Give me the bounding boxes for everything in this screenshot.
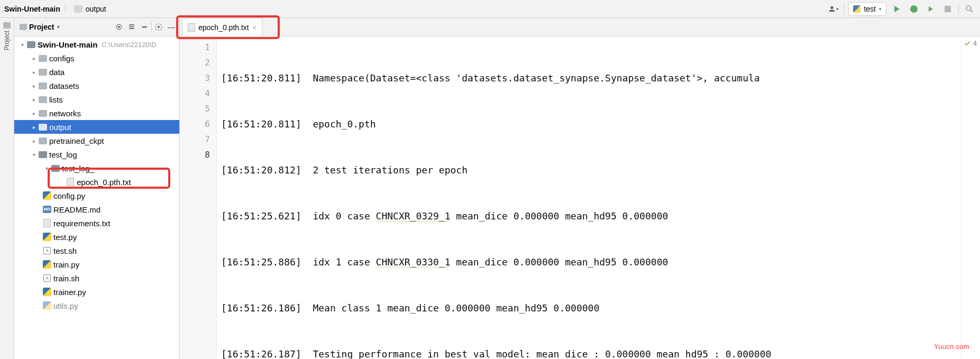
editor-tab-bar: epoch_0.pth.txt × (180, 18, 980, 36)
code-line: [16:51:25.886] idx 1 case CHNCXR_0330_1 … (221, 254, 961, 270)
chevron-right-icon: ▸ (30, 97, 38, 103)
run-coverage-icon (929, 6, 933, 12)
folder-icon (39, 151, 47, 158)
tree-folder-configs[interactable]: ▸configs (14, 51, 179, 65)
separator (844, 4, 844, 14)
hide-button[interactable]: — (166, 21, 177, 33)
python-file-icon (43, 288, 51, 296)
tree-folder-pretrained-ckpt[interactable]: ▸pretrained_ckpt (14, 134, 179, 148)
chevron-right-icon: 〉 (63, 4, 71, 14)
folder-icon (39, 55, 47, 62)
line-number: 1 (180, 40, 210, 55)
tree-file-requirements[interactable]: requirements.txt (14, 216, 179, 230)
check-icon (964, 40, 971, 47)
folder-icon (39, 82, 47, 89)
inspection-badge[interactable]: 4 (964, 40, 977, 47)
tree-file-utils-py[interactable]: utils.py (14, 299, 179, 312)
line-number: 6 (180, 116, 210, 132)
svg-line-2 (970, 10, 973, 12)
svg-point-0 (830, 6, 833, 8)
code-line: [16:51:20.811] epoch_0.pth (221, 116, 961, 132)
left-tool-stripe: Project (0, 18, 14, 359)
breadcrumb[interactable]: Swin-Unet-main 〉 output (4, 4, 106, 14)
svg-point-5 (158, 26, 160, 28)
toolbar-right: ▾ test ▾ (827, 2, 976, 16)
tree-file-train-py[interactable]: train.py (14, 257, 179, 271)
chevron-right-icon: ▸ (30, 138, 38, 144)
tree-label: Swin-Unet-main (38, 40, 97, 49)
separator (151, 22, 152, 32)
coverage-button[interactable] (924, 3, 937, 15)
tree-label: pretrained_ckpt (49, 136, 104, 145)
tree-label: test.py (53, 233, 77, 242)
tree-folder-output[interactable]: ▸output (14, 120, 179, 134)
debug-button[interactable] (908, 3, 920, 15)
project-panel-header: Project ▾ — (14, 18, 179, 36)
tree-label: output (49, 123, 71, 132)
tree-label: epoch_0.pth.txt (77, 178, 131, 187)
folder-icon (74, 5, 83, 13)
folder-icon (3, 22, 11, 29)
tree-file-test-py[interactable]: test.py (14, 230, 179, 244)
tree-file-readme[interactable]: MDREADME.md (14, 202, 179, 216)
tree-root[interactable]: ▾ Swin-Unet-main C:\Users\22120\D (14, 38, 179, 51)
tree-folder-datasets[interactable]: ▸datasets (14, 79, 179, 93)
tree-file-config-py[interactable]: config.py (14, 189, 179, 202)
text-file-icon (67, 178, 74, 186)
project-tree[interactable]: ▾ Swin-Unet-main C:\Users\22120\D ▸confi… (14, 36, 179, 359)
user-dropdown-button[interactable]: ▾ (827, 3, 839, 15)
tree-file-epoch-txt[interactable]: epoch_0.pth.txt (14, 175, 179, 189)
run-config-selector[interactable]: test ▾ (848, 2, 886, 16)
code-line: [16:51:20.811] Namespace(Dataset=<class … (221, 70, 961, 86)
breadcrumb-output[interactable]: output (86, 5, 106, 13)
inspection-gutter[interactable]: 4 (961, 36, 980, 359)
top-toolbar: Swin-Unet-main 〉 output ▾ test ▾ (0, 0, 980, 18)
chevron-down-icon: ▾ (43, 165, 50, 171)
tree-label: train.sh (53, 274, 79, 283)
run-button[interactable] (891, 3, 903, 15)
tree-file-train-sh[interactable]: >train.sh (14, 271, 179, 285)
project-panel-title[interactable]: Project ▾ (16, 23, 60, 31)
tree-label: configs (49, 54, 75, 63)
tree-label: requirements.txt (53, 219, 111, 228)
chevron-right-icon: ▸ (30, 124, 38, 130)
tree-label: datasets (49, 81, 79, 90)
folder-icon (20, 24, 27, 30)
editor-tab[interactable]: epoch_0.pth.txt × (182, 18, 262, 36)
tree-label: trainer.py (53, 288, 86, 297)
tree-folder-test-log[interactable]: ▾test_log (14, 148, 179, 161)
stop-button[interactable] (941, 3, 954, 15)
close-tab-button[interactable]: × (252, 23, 257, 32)
tree-label: README.md (53, 205, 100, 214)
line-number: 3 (180, 70, 210, 86)
folder-icon (27, 41, 35, 48)
tree-label: lists (49, 95, 63, 104)
line-number: 8 (180, 147, 210, 162)
tree-folder-networks[interactable]: ▸networks (14, 106, 179, 120)
separator (958, 4, 959, 14)
watermark: Yuucn.com (934, 343, 969, 351)
line-number: 7 (180, 132, 210, 147)
tree-label: data (49, 68, 65, 77)
tree-file-test-sh[interactable]: >test.sh (14, 244, 179, 257)
code-line: [16:51:26.186] Mean class 1 mean_dice 0.… (221, 300, 961, 316)
project-tool-button[interactable]: Project (3, 22, 11, 50)
python-icon (853, 5, 860, 13)
collapse-all-button[interactable] (139, 21, 150, 33)
expand-all-button[interactable] (126, 21, 138, 33)
run-config-name: test (864, 5, 876, 13)
search-button[interactable] (963, 3, 976, 15)
tree-folder-test-log-sub[interactable]: ▾test_log_ (14, 161, 179, 175)
breadcrumb-root[interactable]: Swin-Unet-main (4, 5, 60, 13)
tab-label: epoch_0.pth.txt (198, 23, 249, 32)
code-body[interactable]: [16:51:20.811] Namespace(Dataset=<class … (217, 36, 961, 359)
locate-button[interactable] (113, 21, 125, 33)
shell-file-icon: > (43, 274, 51, 282)
tree-file-trainer-py[interactable]: trainer.py (14, 285, 179, 299)
tree-folder-lists[interactable]: ▸lists (14, 93, 179, 106)
tree-folder-data[interactable]: ▸data (14, 65, 179, 79)
code-line: [16:51:25.621] idx 0 case CHNCXR_0329_1 … (221, 208, 961, 224)
line-number: 5 (180, 101, 210, 116)
tree-label: test_log_ (62, 164, 94, 173)
settings-button[interactable] (153, 21, 164, 33)
